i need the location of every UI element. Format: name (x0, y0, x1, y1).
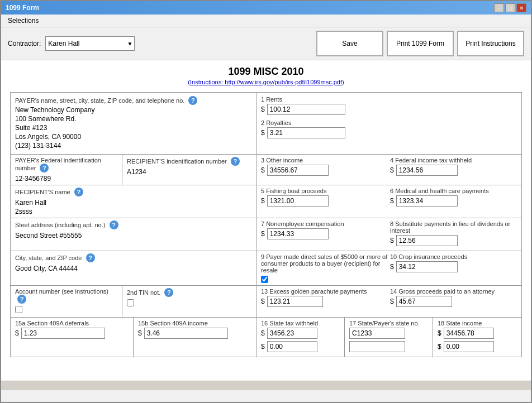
save-button[interactable]: Save (316, 31, 383, 56)
content-area: 1099 MISC 2010 (Instructions: http://www… (1, 60, 531, 381)
field-16-input-1[interactable] (267, 328, 317, 339)
payer-federal-help-icon[interactable]: ? (40, 164, 49, 172)
field-1-section: 1 Rents $ (261, 96, 517, 115)
field-7-input[interactable] (267, 228, 329, 239)
field-3-input[interactable] (267, 165, 329, 176)
field-15a-input[interactable] (21, 328, 105, 339)
field-18-input-1[interactable] (444, 328, 494, 339)
field-15a-row: $ (15, 328, 129, 339)
field-17-input-1[interactable] (349, 328, 405, 339)
tin-checkbox-wrapper (127, 299, 251, 308)
instructions-link[interactable]: (Instructions: http://www.irs.gov/pub/ir… (10, 79, 522, 85)
window-body: Selections Contractor: Karen Hall ▼ Save… (1, 15, 531, 402)
action-buttons: Save Print 1099 Form Print Instructions (316, 31, 524, 56)
recipient-id-help-icon[interactable]: ? (231, 157, 240, 166)
form-title: 1099 MISC 2010 (10, 66, 522, 78)
form-row-1: PAYER's name, street, city, state, ZIP c… (11, 93, 521, 155)
account-row: Account number (see instructions) ? 2nd … (11, 286, 256, 317)
field-4-input[interactable] (396, 165, 458, 176)
field-17-row-2 (349, 341, 428, 352)
field-6-input[interactable] (396, 195, 458, 207)
field-18-row-2: $ (438, 341, 517, 352)
print-1099-button[interactable]: Print 1099 Form (387, 31, 454, 56)
fields-5-6: 5 Fishing boat proceeds $ 6 Medical and … (256, 185, 521, 218)
account-checkbox[interactable] (15, 306, 22, 313)
field-9-checkbox[interactable] (261, 276, 268, 283)
dollar-sign-15b: $ (138, 329, 142, 337)
field-10-row: $ (390, 261, 517, 272)
recipient-name-label: RECIPIENT'S name ? (15, 188, 251, 196)
close-button[interactable]: ✕ (516, 3, 526, 12)
payer-city: Los Angels, CA 90000 (15, 133, 251, 141)
field-10-input[interactable] (396, 261, 458, 272)
street-addr-section: Steet address (including apt. no.) ? Sec… (11, 218, 256, 251)
field-5-label: 5 Fishing boat proceeds (261, 188, 388, 194)
horizontal-scrollbar[interactable] (1, 381, 531, 390)
dollar-sign-7: $ (261, 230, 265, 238)
tin-checkbox[interactable] (127, 299, 134, 306)
selections-label: Selections (8, 17, 39, 25)
field-5-row: $ (261, 195, 388, 207)
dollar-sign-5: $ (261, 197, 265, 205)
payer-ids-row: PAYER's Federal indentification number ?… (11, 155, 256, 185)
field-1-input[interactable] (267, 104, 345, 115)
field-6-row: $ (390, 195, 517, 207)
field-15b-section: 15b Section 409A income $ (134, 318, 256, 357)
field-14-section: 14 Gross proceeds paid to an attorney $ (390, 288, 517, 309)
field-14-input[interactable] (396, 296, 452, 307)
field-13-label: 13 Excess golden parachute payments (261, 288, 388, 295)
dollar-sign-10: $ (390, 263, 394, 271)
form-row-4: Steet address (including apt. no.) ? Sec… (11, 218, 521, 251)
field-15b-input[interactable] (144, 328, 228, 339)
field-6-label: 6 Medical and health care payments (390, 188, 517, 194)
field-9-checkbox-wrapper (261, 276, 388, 283)
field-14-row: $ (390, 296, 517, 307)
field-6-section: 6 Medical and health care payments $ (390, 188, 517, 209)
field-4-section: 4 Federal income tax withheld $ (390, 157, 517, 178)
field-8-section: 8 Substitute payments in lieu of dividen… (390, 220, 517, 248)
field-2-input[interactable] (267, 127, 345, 138)
street-addr-help-icon[interactable]: ? (110, 220, 118, 229)
title-bar-controls: − □ ✕ (494, 3, 526, 12)
form-row-5: City, state, and ZIP code ? Good City, C… (11, 251, 521, 286)
field-8-input[interactable] (396, 235, 458, 246)
contractor-label: Contractor: (8, 40, 41, 47)
form-row-6: Account number (see instructions) ? 2nd … (11, 286, 521, 318)
dollar-sign-8: $ (390, 237, 394, 244)
contractor-dropdown[interactable]: Karen Hall (45, 36, 135, 51)
toolbar: Contractor: Karen Hall ▼ Save Print 1099… (1, 27, 531, 60)
field-2-row: $ (261, 127, 517, 138)
fields-3-4: 3 Other income $ 4 Federal income tax wi… (256, 155, 521, 185)
field-5-input[interactable] (267, 195, 329, 207)
dollar-sign-1: $ (261, 105, 265, 113)
payer-phone: (123) 131-3144 (15, 142, 251, 150)
print-instructions-button[interactable]: Print Instructions (457, 31, 524, 56)
fields-13-14-grid: 13 Excess golden parachute payments $ 14… (261, 288, 517, 309)
maximize-button[interactable]: □ (505, 3, 515, 12)
field-17-input-2[interactable] (349, 341, 405, 352)
city-state-help-icon[interactable]: ? (86, 253, 95, 262)
field-15a-section: 15a Section 409A deferrals $ (11, 318, 134, 357)
field-5-section: 5 Fishing boat proceeds $ (261, 188, 388, 209)
tin-section: 2nd TIN not. ? (122, 286, 256, 317)
account-section: Account number (see instructions) ? (11, 286, 122, 317)
recipient-name-help-icon[interactable]: ? (74, 188, 83, 196)
form-row-3: RECIPIENT'S name ? Karen Hall 2ssss 5 Fi… (11, 185, 521, 218)
field-9-label: 9 Payer made direct sales of $5000 or mo… (261, 253, 388, 274)
recipient-name-value: Karen Hall (15, 199, 251, 207)
field-16-input-2[interactable] (267, 341, 317, 352)
status-bar (1, 390, 531, 402)
title-bar: 1099 Form − □ ✕ (1, 1, 531, 15)
payer-federal-id-section: PAYER's Federal indentification number ?… (11, 155, 122, 185)
payer-name: New Technology Company (15, 106, 251, 114)
minimize-button[interactable]: − (494, 3, 504, 12)
payer-help-icon[interactable]: ? (188, 96, 197, 105)
selections-bar: Selections (1, 15, 531, 27)
tin-help-icon[interactable]: ? (164, 288, 173, 297)
recipient-id-section: RECIPIENT'S indentification number ? A12… (122, 155, 256, 185)
field-13-input[interactable] (267, 296, 323, 307)
account-help-icon[interactable]: ? (17, 295, 26, 304)
field-18-label: 18 State income (438, 320, 517, 327)
field-18-input-2[interactable] (444, 341, 494, 352)
dollar-sign-15a: $ (15, 329, 19, 337)
